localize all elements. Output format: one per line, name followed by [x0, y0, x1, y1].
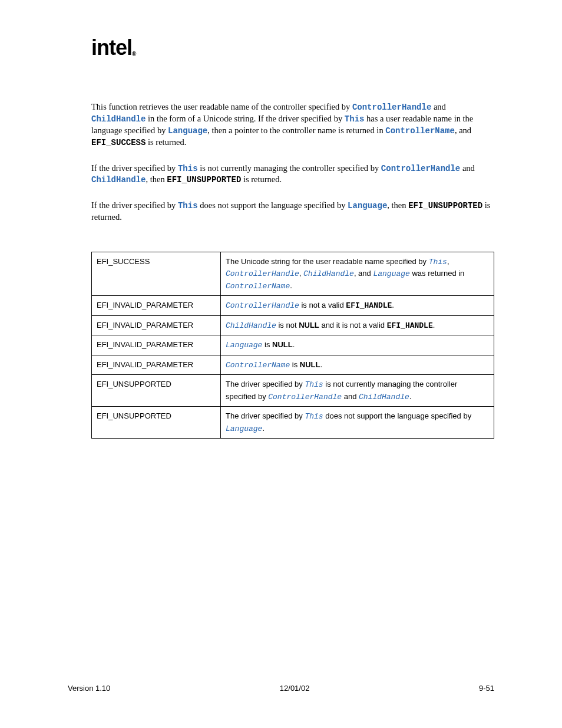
text: and it is not a valid [319, 321, 387, 330]
page-content: intel® This function retrieves the user … [0, 0, 562, 439]
text: . [290, 281, 292, 290]
code-this: This [345, 114, 365, 124]
text: , then [387, 200, 408, 210]
table-row: EFI_SUCCESS The Unicode string for the u… [92, 252, 494, 296]
status-desc: ChildHandle is not NULL and it is not a … [221, 315, 494, 335]
code-childhandle: ChildHandle [226, 321, 276, 330]
status-desc: The Unicode string for the user readable… [221, 252, 494, 296]
text: does not support the language specified … [323, 411, 472, 420]
page-footer: Version 1.10 12/01/02 9-51 [68, 684, 494, 693]
code-childhandle: ChildHandle [91, 114, 146, 124]
table-row: EFI_INVALID_PARAMETER ControllerHandle i… [92, 296, 494, 316]
code-childhandle: ChildHandle [359, 393, 409, 401]
code-language: Language [168, 126, 207, 136]
status-desc: ControllerHandle is not a valid EFI_HAND… [221, 296, 494, 316]
text: is not a valid [299, 301, 346, 309]
bold-null: NULL [299, 321, 319, 330]
bold-efi-handle: EFI_HANDLE [387, 321, 433, 330]
text: and [431, 102, 446, 111]
bold-efi-handle: EFI_HANDLE [346, 301, 392, 310]
status-code: EFI_UNSUPPORTED [92, 407, 221, 439]
footer-page-number: 9-51 [479, 684, 494, 693]
code-this: This [429, 258, 447, 266]
status-code: EFI_UNSUPPORTED [92, 375, 221, 407]
text: , then a pointer to the controller name … [207, 126, 385, 135]
status-code: EFI_INVALID_PARAMETER [92, 315, 221, 335]
text: is [290, 360, 300, 369]
description-section: This function retrieves the user readabl… [91, 101, 494, 223]
footer-date: 12/01/02 [280, 684, 310, 693]
bold-null: NULL [272, 340, 293, 349]
status-codes-table: EFI_SUCCESS The Unicode string for the u… [91, 252, 494, 439]
code-controllerhandle: ControllerHandle [352, 103, 431, 112]
code-language: Language [373, 269, 409, 278]
text: If the driver specified by [91, 200, 178, 210]
text: , and [455, 126, 471, 135]
code-language: Language [226, 341, 262, 350]
text: , [299, 269, 303, 278]
code-childhandle: ChildHandle [303, 269, 354, 278]
text: The Unicode string for the user readable… [226, 257, 429, 266]
code-efi-success: EFI_SUCCESS [91, 138, 146, 147]
status-code: EFI_INVALID_PARAMETER [92, 355, 221, 375]
code-controllername: ControllerName [226, 282, 290, 291]
status-desc: The driver specified by This is not curr… [221, 375, 494, 407]
text: is not [276, 321, 299, 330]
code-efi-unsupported: EFI_UNSUPPORTED [167, 175, 241, 185]
code-controllerhandle: ControllerHandle [226, 301, 299, 310]
footer-version: Version 1.10 [68, 684, 110, 693]
text: , and [354, 269, 373, 278]
text: This function retrieves the user readabl… [91, 102, 352, 111]
code-controllerhandle: ControllerHandle [268, 393, 342, 401]
status-desc: ControllerName is NULL. [221, 355, 494, 375]
table-row: EFI_INVALID_PARAMETER Language is NULL. [92, 335, 494, 355]
text: The driver specified by [226, 380, 305, 388]
text: is [262, 340, 272, 349]
status-code: EFI_SUCCESS [92, 252, 221, 296]
paragraph-2: If the driver specified by This is not c… [91, 163, 494, 186]
code-this: This [178, 164, 198, 173]
paragraph-1: This function retrieves the user readabl… [91, 101, 494, 149]
text: is returned. [146, 137, 186, 147]
table-row: EFI_UNSUPPORTED The driver specified by … [92, 407, 494, 439]
code-controllername: ControllerName [226, 361, 290, 370]
code-language: Language [348, 201, 387, 210]
code-controllerhandle: ControllerHandle [226, 269, 299, 278]
text: , [447, 257, 449, 266]
code-controllername: ControllerName [385, 126, 455, 136]
code-childhandle: ChildHandle [91, 175, 146, 185]
table-row: EFI_INVALID_PARAMETER ControllerName is … [92, 355, 494, 375]
text: . [433, 321, 435, 330]
table-row: EFI_INVALID_PARAMETER ChildHandle is not… [92, 315, 494, 335]
text: . [293, 340, 295, 349]
code-efi-unsupported: EFI_UNSUPPORTED [408, 201, 482, 210]
bold-null: NULL [300, 360, 320, 369]
text: The driver specified by [226, 411, 305, 420]
status-code: EFI_INVALID_PARAMETER [92, 296, 221, 316]
text: was returned in [410, 269, 465, 278]
status-desc: Language is NULL. [221, 335, 494, 355]
text: is returned. [241, 174, 282, 184]
code-this: This [305, 380, 323, 389]
intel-logo: intel® [91, 35, 494, 60]
status-code: EFI_INVALID_PARAMETER [92, 335, 221, 355]
text: and [342, 392, 359, 401]
status-desc: The driver specified by This does not su… [221, 407, 494, 439]
text: . [409, 392, 412, 401]
text: does not support the language specified … [198, 200, 348, 210]
text: and [460, 163, 475, 173]
table-row: EFI_UNSUPPORTED The driver specified by … [92, 375, 494, 407]
code-this: This [178, 201, 198, 210]
code-this: This [305, 412, 323, 421]
paragraph-3: If the driver specified by This does not… [91, 200, 494, 223]
text: , then [146, 174, 167, 184]
text: . [392, 301, 394, 309]
text: . [320, 360, 323, 369]
text: is not currently managing the controller… [198, 163, 381, 173]
code-language: Language [226, 424, 262, 433]
code-controllerhandle: ControllerHandle [381, 164, 460, 173]
text: If the driver specified by [91, 163, 178, 173]
text: in the form of a Unicode string. If the … [146, 114, 344, 123]
text: . [262, 424, 265, 433]
